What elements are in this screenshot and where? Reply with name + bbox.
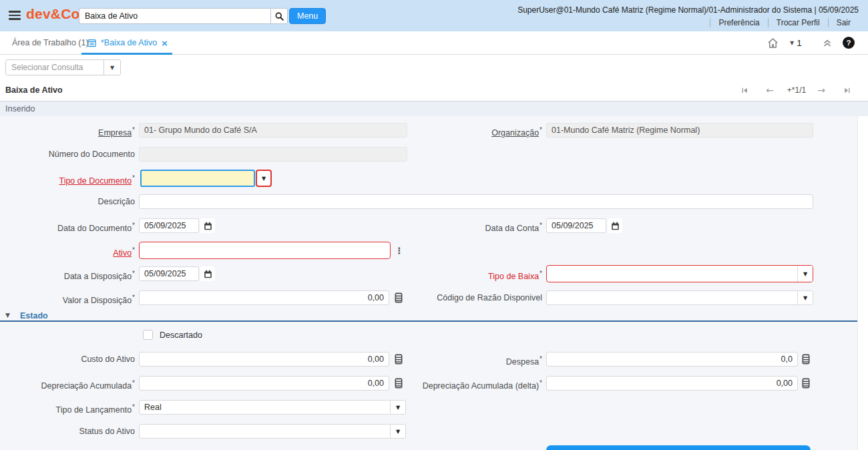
data-conta-calendar-button[interactable] (608, 218, 622, 233)
page-title: Baixa de Ativo (5, 79, 63, 101)
tipo-documento-dropdown-button[interactable]: ▼ (256, 170, 272, 187)
tab-workspace[interactable]: Área de Trabalho (1) (12, 31, 89, 54)
arrow-right-icon: → (817, 85, 825, 95)
help-button[interactable]: ? (840, 34, 857, 51)
data-documento-label: Data do Documento* (0, 218, 135, 236)
valor-disposicao-field[interactable] (139, 290, 389, 305)
tipo-documento-label: Tipo de Documento* (0, 170, 135, 190)
calculator-icon (802, 354, 810, 365)
numero-documento-label: Número do Documento (0, 147, 135, 162)
last-record-button[interactable] (839, 84, 855, 96)
record-position: +*1/1 (780, 79, 813, 101)
open-windows-dropdown[interactable]: ▼ 1 (790, 34, 802, 51)
tipo-baixa-value (547, 266, 797, 282)
first-record-icon (741, 87, 748, 94)
logout-link[interactable]: Sair (828, 18, 859, 27)
estado-section-title: Estado (20, 311, 48, 320)
status-ativo-select[interactable]: ▼ (139, 424, 406, 439)
calculator-icon (802, 378, 810, 389)
calendar-icon (203, 269, 213, 279)
switch-role-link[interactable]: Trocar Perfil (768, 18, 828, 27)
tipo-baixa-dropdown-button[interactable]: ▼ (797, 266, 813, 282)
required-marker: * (539, 355, 542, 363)
window-tab-icon (87, 38, 97, 48)
preference-link[interactable]: Preferência (710, 18, 767, 27)
required-marker: * (132, 403, 135, 411)
tipo-lancamento-label: Tipo de Lançamento* (0, 400, 135, 417)
dropdown-icon: ▼ (803, 295, 807, 301)
data-conta-label: Data da Conta* (374, 218, 542, 236)
required-marker: * (539, 126, 542, 134)
calendar-icon (203, 221, 213, 231)
descricao-label: Descrição (0, 194, 135, 209)
status-ativo-dropdown-button[interactable]: ▼ (390, 425, 405, 438)
tipo-lancamento-dropdown-button[interactable]: ▼ (390, 401, 405, 414)
data-disposicao-label: Data a Disposição* (0, 266, 135, 284)
collapse-header-button[interactable] (819, 34, 836, 51)
descartado-checkbox[interactable] (143, 330, 153, 340)
despesa-field[interactable] (546, 352, 798, 367)
last-record-icon (843, 87, 851, 94)
required-marker: * (539, 270, 542, 277)
status-ativo-value (140, 425, 390, 438)
ativo-label: Ativo* (0, 242, 135, 262)
estado-section-divider (0, 320, 857, 322)
first-record-button[interactable] (736, 84, 752, 96)
document-action-button[interactable] (546, 445, 811, 450)
numero-documento-field (139, 147, 407, 162)
despesa-label: Despesa* (374, 352, 542, 369)
tab-active-window[interactable]: *Baixa de Ativo × (87, 31, 168, 54)
ativo-record-info-button[interactable]: ⋮ (394, 244, 405, 257)
tab-active-label: *Baixa de Ativo (101, 38, 157, 47)
descartado-label: Descartado (160, 330, 202, 341)
required-marker: * (132, 222, 135, 229)
required-marker: * (132, 126, 135, 134)
data-disposicao-calendar-button[interactable] (200, 266, 215, 281)
menu-button[interactable]: Menu (289, 8, 326, 24)
record-info-icon: ⋮ (395, 246, 404, 256)
select-query-combo: ▼ (5, 59, 121, 75)
required-marker: * (132, 294, 135, 301)
custo-ativo-field[interactable] (139, 352, 389, 367)
vertical-scrollbar[interactable] (857, 116, 868, 450)
required-marker: * (132, 174, 135, 182)
despesa-calculator-button[interactable] (801, 353, 811, 366)
global-search-input[interactable] (79, 8, 270, 24)
codigo-razao-dropdown-button[interactable]: ▼ (797, 291, 813, 304)
descricao-field[interactable] (139, 194, 813, 209)
depreciacao-acumulada-field[interactable] (139, 376, 389, 391)
select-query-dropdown-button[interactable]: ▼ (103, 60, 120, 75)
close-icon[interactable]: × (161, 38, 168, 48)
next-record-button[interactable]: → (813, 84, 829, 96)
dropdown-icon: ▼ (396, 429, 400, 435)
empresa-field (139, 123, 407, 138)
global-search (79, 8, 288, 24)
data-documento-field[interactable] (139, 218, 199, 233)
tipo-documento-field[interactable] (140, 170, 255, 187)
select-query-input[interactable] (6, 60, 103, 75)
organizacao-label: Organização* (374, 123, 542, 140)
double-chevron-up-icon (821, 37, 833, 49)
dropdown-icon: ▼ (803, 271, 807, 277)
ativo-field[interactable] (139, 242, 391, 259)
search-button[interactable] (270, 8, 288, 24)
home-button[interactable] (764, 34, 781, 51)
tipo-baixa-select[interactable]: ▼ (546, 265, 813, 282)
data-disposicao-field[interactable] (139, 266, 199, 281)
data-conta-field[interactable] (546, 218, 606, 233)
depreciacao-delta-field[interactable] (546, 376, 798, 391)
dropdown-icon: ▼ (110, 65, 114, 71)
organizacao-field (546, 123, 813, 138)
custo-ativo-label: Custo do Ativo (0, 352, 135, 367)
home-icon (767, 37, 779, 49)
codigo-razao-select[interactable]: ▼ (546, 290, 813, 305)
previous-record-button[interactable]: ← (762, 84, 778, 96)
data-documento-calendar-button[interactable] (200, 218, 215, 233)
hamburger-menu-icon[interactable] (9, 11, 21, 20)
estado-collapse-icon[interactable]: ▼ (5, 312, 10, 318)
depreciacao-delta-calculator-button[interactable] (801, 377, 811, 390)
app-logo: dev&Co. (26, 6, 84, 22)
valor-disposicao-label: Valor a Disposição* (0, 290, 135, 308)
tipo-lancamento-value: Real (140, 401, 390, 414)
tipo-lancamento-select[interactable]: Real ▼ (139, 400, 406, 415)
